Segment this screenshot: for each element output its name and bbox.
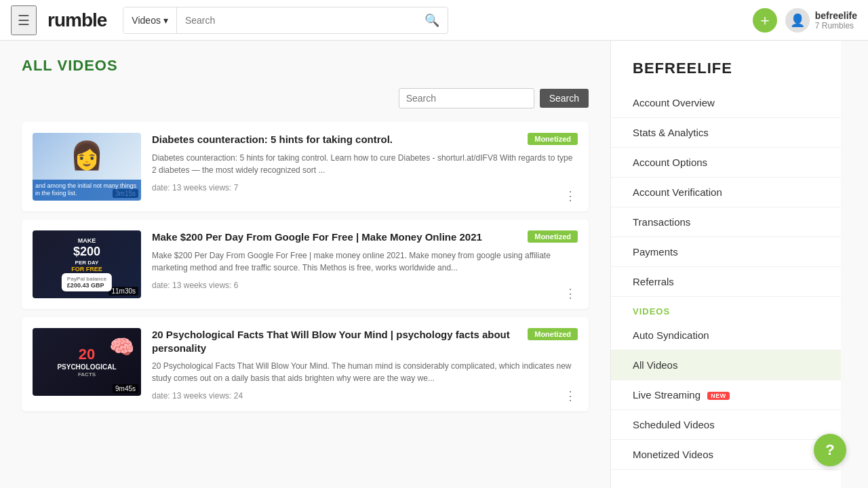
video-thumbnail[interactable]: 20 PSYCHOLOGICAL FACTS 9m45s	[33, 328, 141, 396]
sidebar-item-transactions: Transactions	[611, 207, 841, 237]
sidebar-item-scheduled-videos: Scheduled Videos	[611, 410, 841, 440]
sidebar-item-account-overview: Account Overview	[611, 88, 841, 118]
video-meta: date: 13 weeks views: 6	[152, 281, 578, 290]
search-type-label: Videos	[132, 15, 161, 26]
sidebar-item-monetized-videos: Monetized Videos	[611, 440, 841, 470]
videos-search-input[interactable]	[399, 88, 534, 108]
video-card: 3m15s Diabetes counteraction: 5 hints fo…	[22, 122, 589, 211]
user-menu[interactable]: 👤 befreelife 7 Rumbles	[785, 8, 857, 33]
avatar: 👤	[785, 8, 810, 33]
sidebar-link-payments[interactable]: Payments	[611, 237, 841, 266]
search-bar: Videos ▾ 🔍	[123, 7, 448, 34]
menu-icon[interactable]: ☰	[11, 5, 37, 35]
sidebar-link-stats-analytics[interactable]: Stats & Analytics	[611, 118, 841, 147]
sidebar-item-all-videos: All Videos	[611, 350, 841, 380]
video-date-label: date:	[152, 183, 172, 192]
sidebar-item-account-verification: Account Verification	[611, 178, 841, 207]
avatar-icon: 👤	[790, 13, 805, 28]
sidebar-link-transactions[interactable]: Transactions	[611, 207, 841, 237]
video-menu-button[interactable]: ⋮	[564, 188, 578, 203]
video-date: 13 weeks	[172, 183, 207, 192]
video-views: 7	[234, 183, 239, 192]
sidebar-link-all-videos[interactable]: All Videos	[611, 350, 841, 380]
sidebar-item-stats-analytics: Stats & Analytics	[611, 118, 841, 148]
video-card: MAKE $200 PER DAY FOR FREE Google WORLDW…	[22, 220, 589, 309]
search-input[interactable]	[177, 7, 416, 33]
main-content: ALL VIDEOS Search 3m15s Diabetes counter…	[0, 41, 610, 488]
sidebar-videos-nav: Auto Syndication All Videos Live Streami…	[611, 321, 841, 470]
video-info: Diabetes counteraction: 5 hints for taki…	[152, 133, 578, 201]
video-menu-button[interactable]: ⋮	[564, 286, 578, 301]
sidebar-account-nav: Account Overview Stats & Analytics Accou…	[611, 88, 841, 297]
video-title-row: Diabetes counteraction: 5 hints for taki…	[152, 133, 578, 146]
page-layout: ALL VIDEOS Search 3m15s Diabetes counter…	[0, 41, 868, 488]
videos-search-button[interactable]: Search	[540, 89, 589, 108]
sidebar: BEFREELIFE Account Overview Stats & Anal…	[610, 41, 841, 488]
video-meta: date: 13 weeks views: 7	[152, 183, 578, 192]
sidebar-item-referrals: Referrals	[611, 267, 841, 297]
video-title[interactable]: 20 Psychological Facts That Will Blow Yo…	[152, 328, 519, 354]
sidebar-link-referrals[interactable]: Referrals	[611, 267, 841, 296]
video-views-label: views:	[209, 391, 234, 401]
video-info: 20 Psychological Facts That Will Blow Yo…	[152, 328, 578, 401]
paypal-overlay: PayPal balance £200.43 GBP	[62, 273, 112, 291]
sidebar-link-monetized-videos[interactable]: Monetized Videos	[611, 440, 841, 469]
upload-button[interactable]: ＋	[753, 8, 777, 33]
sidebar-link-account-verification[interactable]: Account Verification	[611, 178, 841, 207]
rumbles-count: 7 Rumbles	[815, 21, 857, 30]
video-title-row: Make $200 Per Day From Google For Free |…	[152, 230, 578, 244]
search-icon-button[interactable]: 🔍	[416, 7, 448, 33]
sidebar-link-account-overview[interactable]: Account Overview	[611, 88, 841, 117]
video-date-label: date:	[152, 281, 172, 290]
sidebar-link-scheduled-videos[interactable]: Scheduled Videos	[611, 410, 841, 439]
videos-search-bar: Search	[22, 88, 589, 108]
video-views-label: views:	[209, 183, 234, 192]
video-date-label: date:	[152, 391, 172, 401]
sidebar-section-videos: VIDEOS	[611, 297, 841, 321]
sidebar-item-payments: Payments	[611, 237, 841, 267]
monetized-badge: Monetized	[528, 230, 578, 243]
video-description: Make $200 Per Day From Google For Free |…	[152, 249, 578, 274]
video-thumbnail[interactable]: 3m15s	[33, 133, 141, 201]
sidebar-item-auto-syndication: Auto Syndication	[611, 321, 841, 350]
sidebar-link-account-options[interactable]: Account Options	[611, 148, 841, 177]
new-badge: NEW	[707, 392, 730, 400]
header: ☰ rumble Videos ▾ 🔍 ＋ 👤 befreelife 7 Rum…	[0, 0, 868, 41]
video-menu-button[interactable]: ⋮	[564, 388, 578, 403]
chevron-down-icon: ▾	[163, 15, 168, 26]
search-icon: 🔍	[425, 13, 439, 28]
video-views-label: views:	[209, 281, 234, 290]
video-duration: 9m45s	[113, 384, 138, 393]
video-duration: 3m15s	[113, 189, 138, 198]
video-description: 20 Psychological Facts That Will Blow Yo…	[152, 360, 578, 384]
monetized-badge: Monetized	[528, 328, 578, 340]
search-type-selector[interactable]: Videos ▾	[123, 7, 177, 33]
video-title[interactable]: Make $200 Per Day From Google For Free |…	[152, 230, 519, 244]
video-date: 13 weeks	[172, 281, 207, 290]
sidebar-link-auto-syndication[interactable]: Auto Syndication	[611, 321, 841, 350]
username: befreelife	[815, 10, 857, 21]
logo[interactable]: rumble	[47, 9, 106, 31]
sidebar-link-live-streaming[interactable]: Live Streaming NEW	[611, 380, 841, 409]
video-description: Diabetes counteraction: 5 hints for taki…	[152, 152, 578, 176]
user-info: befreelife 7 Rumbles	[815, 10, 857, 30]
video-thumbnail[interactable]: MAKE $200 PER DAY FOR FREE Google WORLDW…	[33, 230, 141, 298]
help-button[interactable]: ?	[814, 434, 846, 466]
video-info: Make $200 Per Day From Google For Free |…	[152, 230, 578, 298]
video-duration: 11m30s	[108, 287, 138, 296]
thumbnail-text: 20 PSYCHOLOGICAL FACTS	[57, 346, 116, 378]
video-views: 6	[234, 281, 239, 290]
sidebar-item-live-streaming: Live Streaming NEW	[611, 380, 841, 410]
monetized-badge: Monetized	[528, 133, 578, 145]
video-meta: date: 13 weeks views: 24	[152, 391, 578, 401]
video-date: 13 weeks	[172, 391, 207, 401]
video-title-row: 20 Psychological Facts That Will Blow Yo…	[152, 328, 578, 354]
upload-icon: ＋	[757, 10, 772, 30]
video-card: 20 PSYCHOLOGICAL FACTS 9m45s 20 Psycholo…	[22, 317, 589, 411]
live-streaming-label: Live Streaming	[633, 389, 701, 401]
sidebar-username: BEFREELIFE	[611, 41, 841, 88]
video-title[interactable]: Diabetes counteraction: 5 hints for taki…	[152, 133, 519, 146]
sidebar-item-account-options: Account Options	[611, 148, 841, 178]
page-title: ALL VIDEOS	[22, 57, 589, 75]
header-actions: ＋ 👤 befreelife 7 Rumbles	[753, 8, 857, 33]
